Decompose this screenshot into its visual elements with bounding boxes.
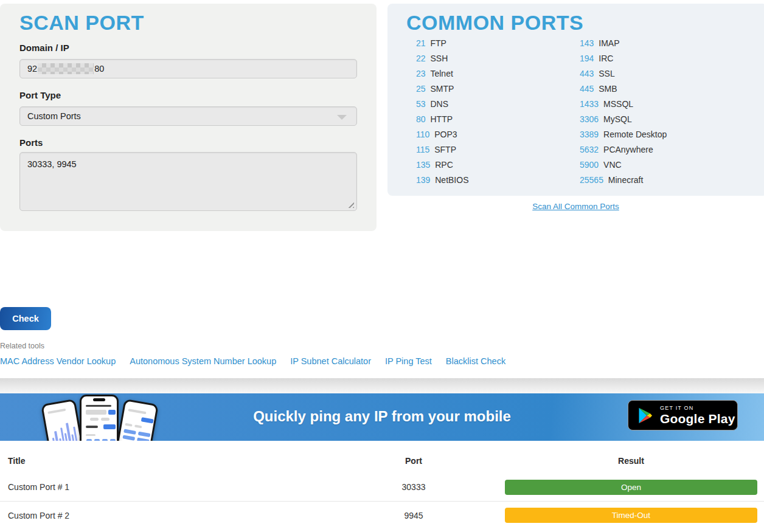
common-port-name: SMTP: [430, 84, 454, 94]
result-port-cell: 9945: [341, 511, 487, 520]
common-port-item: 22 SSH: [416, 54, 469, 69]
common-port-number[interactable]: 1433: [580, 99, 599, 109]
scan-port-title: SCAN PORT: [19, 11, 144, 35]
common-ports-column-2: 143 IMAP 194 IRC 443 SSL 445 SMB 1433 MS…: [580, 38, 667, 190]
related-tool-link[interactable]: Blacklist Check: [446, 356, 505, 366]
related-tool-link[interactable]: Autonomous System Number Lookup: [130, 356, 276, 366]
common-port-item: 135 RPC: [416, 160, 469, 175]
common-port-item: 445 SMB: [580, 84, 667, 99]
common-port-number[interactable]: 53: [416, 99, 426, 109]
phone-chart-graphic: [50, 420, 78, 441]
common-port-number[interactable]: 80: [416, 114, 426, 124]
common-port-name: FTP: [430, 38, 446, 48]
common-port-name: RPC: [435, 160, 453, 170]
check-button[interactable]: Check: [0, 307, 51, 330]
common-port-name: DNS: [430, 99, 448, 109]
get-it-on-label: GET IT ON: [660, 405, 735, 411]
related-tools-label: Related tools: [0, 342, 44, 350]
common-port-item: 194 IRC: [580, 54, 667, 69]
common-port-name: Telnet: [430, 69, 453, 78]
related-tool-link[interactable]: IP Ping Test: [385, 356, 432, 366]
common-port-item: 115 SFTP: [416, 145, 469, 160]
common-port-number[interactable]: 3389: [580, 130, 599, 139]
common-port-number[interactable]: 443: [580, 69, 594, 78]
google-play-icon: [637, 406, 654, 425]
common-port-name: SMB: [599, 84, 617, 94]
port-type-select[interactable]: Custom Ports: [19, 106, 357, 126]
common-port-name: SFTP: [434, 145, 456, 154]
scan-results-table: Title Port Result Custom Port # 1 30333 …: [0, 449, 764, 529]
common-port-item: 3389 Remote Desktop: [580, 130, 667, 145]
common-port-number[interactable]: 3306: [580, 114, 599, 124]
common-port-number[interactable]: 22: [416, 54, 426, 63]
common-port-item: 21 FTP: [416, 38, 469, 54]
common-port-number[interactable]: 115: [416, 145, 429, 154]
google-play-badge[interactable]: GET IT ON Google Play: [628, 400, 738, 430]
ports-value: 30333, 9945: [27, 159, 77, 169]
ports-label: Ports: [19, 137, 43, 148]
section-divider-band: [0, 378, 764, 393]
common-port-item: 1433 MSSQL: [580, 99, 667, 114]
port-type-selected-value: Custom Ports: [27, 111, 81, 121]
header-port: Port: [341, 456, 487, 466]
common-port-number[interactable]: 143: [580, 38, 594, 48]
common-port-item: 23 Telnet: [416, 69, 469, 84]
related-tool-link[interactable]: IP Subnet Calculator: [290, 356, 371, 366]
resize-grip-icon[interactable]: [346, 200, 354, 208]
phone-mockup-center: [80, 395, 119, 441]
scan-all-common-ports-link[interactable]: Scan All Common Ports: [532, 202, 619, 211]
common-port-item: 110 POP3: [416, 130, 469, 145]
domain-ip-redacted-segment: [38, 63, 94, 74]
common-port-number[interactable]: 23: [416, 69, 426, 78]
result-cell: Open: [505, 480, 757, 495]
common-port-name: IMAP: [599, 38, 619, 48]
common-port-number[interactable]: 110: [416, 130, 429, 139]
common-port-number[interactable]: 5632: [580, 145, 599, 154]
common-port-number[interactable]: 25: [416, 84, 426, 94]
mobile-app-promo-banner: Quickly ping any IP from your mobile GET…: [0, 393, 764, 441]
common-port-number[interactable]: 139: [416, 175, 430, 185]
common-port-item: 5900 VNC: [580, 160, 667, 175]
common-port-name: Remote Desktop: [603, 130, 667, 139]
ports-textarea[interactable]: 30333, 9945: [19, 152, 357, 211]
common-port-name: MySQL: [603, 114, 632, 124]
common-port-number[interactable]: 445: [580, 84, 594, 94]
scan-all-wrapper: Scan All Common Ports: [387, 201, 764, 212]
common-port-name: POP3: [434, 130, 457, 139]
common-port-number[interactable]: 5900: [580, 160, 599, 170]
domain-ip-input[interactable]: 9280: [19, 59, 357, 78]
result-row: Custom Port # 2 9945 Timed-Out: [0, 501, 764, 529]
scan-port-panel: SCAN PORT Domain / IP 9280 Port Type Cus…: [0, 4, 377, 231]
common-port-item: 443 SSL: [580, 69, 667, 84]
common-ports-column-1: 21 FTP 22 SSH 23 Telnet 25 SMTP 53 DNS: [416, 38, 469, 190]
common-port-number[interactable]: 135: [416, 160, 430, 170]
google-play-label: Google Play: [660, 412, 735, 426]
results-header-row: Title Port Result: [0, 449, 764, 473]
common-port-name: VNC: [603, 160, 622, 170]
common-port-item: 3306 MySQL: [580, 114, 667, 130]
google-play-badge-text: GET IT ON Google Play: [660, 405, 735, 426]
related-tools-links: MAC Address Vendor Lookup Autonomous Sys…: [0, 356, 505, 366]
common-port-item: 25565 Minecraft: [580, 175, 667, 190]
common-port-item: 25 SMTP: [416, 84, 469, 99]
chevron-down-icon: [337, 115, 347, 120]
result-title-cell: Custom Port # 1: [0, 482, 341, 492]
common-port-number[interactable]: 21: [416, 38, 426, 48]
common-port-number[interactable]: 25565: [580, 175, 603, 185]
common-port-name: SSH: [430, 54, 448, 63]
domain-ip-value-prefix: 92: [27, 64, 37, 74]
common-ports-title: COMMON PORTS: [406, 11, 583, 35]
common-port-name: PCAnywhere: [603, 145, 653, 154]
results-rows: Custom Port # 1 30333 Open Custom Port #…: [0, 473, 764, 529]
common-port-number[interactable]: 194: [580, 54, 594, 63]
domain-ip-value-suffix: 80: [94, 64, 104, 74]
result-row: Custom Port # 1 30333 Open: [0, 473, 764, 501]
common-port-name: Minecraft: [608, 175, 644, 185]
common-port-name: SSL: [599, 69, 614, 78]
domain-ip-label: Domain / IP: [19, 43, 69, 53]
related-tool-link[interactable]: MAC Address Vendor Lookup: [0, 356, 116, 366]
common-port-item: 143 IMAP: [580, 38, 667, 54]
header-title: Title: [0, 456, 341, 466]
mobile-app-phones-image: [47, 395, 152, 441]
status-badge: Timed-Out: [505, 508, 757, 523]
